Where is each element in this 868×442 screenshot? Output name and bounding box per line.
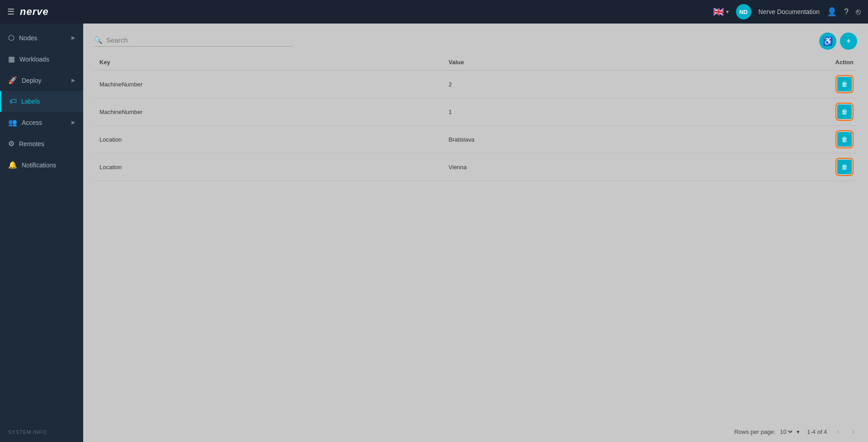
remotes-icon: ⚙: [8, 139, 14, 148]
sidebar-item-label: Notifications: [22, 162, 56, 169]
sidebar-item-label: Nodes: [19, 34, 37, 42]
sidebar-item-nodes[interactable]: ⬡ Nodes ▶: [0, 27, 83, 48]
cell-key: Location: [94, 126, 443, 153]
rows-per-page-label: Rows per page:: [734, 428, 775, 435]
page-info: 1-4 of 4: [807, 428, 827, 435]
sidebar-item-workloads[interactable]: ▦ Workloads: [0, 48, 83, 70]
cell-action: 🗑: [680, 98, 857, 126]
col-header-action: Action: [680, 54, 857, 71]
sidebar-item-label: Workloads: [19, 56, 49, 63]
labels-table-wrapper: Key Value Action MachineNumber2🗑MachineN…: [83, 54, 868, 421]
nodes-icon: ⬡: [8, 33, 14, 42]
table-row: MachineNumber2🗑: [94, 71, 857, 98]
app-logo: nerve: [20, 6, 49, 18]
labels-icon: 🏷: [9, 97, 17, 105]
main-content: 🔍 ♿ + Key Value Action MachineNumber2: [83, 24, 868, 442]
logout-icon[interactable]: ⎋: [856, 7, 861, 17]
search-icon: 🔍: [94, 36, 103, 44]
table-row: LocationBratislava🗑: [94, 126, 857, 153]
cell-action: 🗑: [680, 153, 857, 181]
hamburger-icon[interactable]: ☰: [7, 7, 14, 17]
language-dropdown-icon: ▾: [726, 9, 729, 15]
rows-per-page-select[interactable]: 10 5 25 50: [778, 428, 794, 436]
top-navbar: ☰ nerve 🇬🇧 ▾ ND Nerve Documentation 👤 ? …: [0, 0, 868, 24]
delete-button[interactable]: 🗑: [837, 77, 852, 91]
sidebar-item-notifications[interactable]: 🔔 Notifications: [0, 154, 83, 176]
prev-page-button[interactable]: ‹: [834, 427, 842, 437]
main-layout: ⬡ Nodes ▶ ▦ Workloads 🚀 Deploy ▶ 🏷 Label…: [0, 24, 868, 442]
cell-action: 🗑: [680, 126, 857, 153]
doc-link[interactable]: Nerve Documentation: [759, 8, 820, 15]
workloads-icon: ▦: [8, 55, 15, 63]
sidebar-item-label: Labels: [21, 98, 40, 105]
add-label-button[interactable]: +: [840, 33, 857, 50]
cell-value: 2: [443, 71, 680, 98]
cell-action: 🗑: [680, 71, 857, 98]
search-input[interactable]: [106, 36, 278, 44]
notifications-icon: 🔔: [8, 161, 17, 169]
user-action-button[interactable]: ♿: [819, 33, 836, 50]
user-profile-icon[interactable]: 👤: [827, 7, 837, 17]
sidebar-item-labels[interactable]: 🏷 Labels: [0, 91, 83, 112]
sidebar-item-label: Remotes: [19, 140, 44, 147]
table-row: LocationVienna🗑: [94, 153, 857, 181]
dropdown-arrow-icon: ▾: [797, 428, 800, 435]
language-selector[interactable]: 🇬🇧 ▾: [713, 6, 729, 17]
table-row: MachineNumber1🗑: [94, 98, 857, 126]
cell-value: Vienna: [443, 153, 680, 181]
cell-value: 1: [443, 98, 680, 126]
sidebar-item-deploy[interactable]: 🚀 Deploy ▶: [0, 70, 83, 91]
cell-key: Location: [94, 153, 443, 181]
pagination: Rows per page: 10 5 25 50 ▾ 1-4 of 4 ‹ ›: [83, 421, 868, 442]
toolbar: 🔍 ♿ +: [83, 24, 868, 54]
sidebar-item-access[interactable]: 👥 Access ▶: [0, 112, 83, 133]
search-wrapper: 🔍: [94, 36, 293, 47]
system-info: SYSTEM INFO: [0, 422, 83, 442]
next-page-button[interactable]: ›: [849, 427, 857, 437]
cell-key: MachineNumber: [94, 98, 443, 126]
access-icon: 👥: [8, 118, 17, 127]
col-header-value: Value: [443, 54, 680, 71]
toolbar-actions: ♿ +: [819, 33, 857, 50]
flag-icon: 🇬🇧: [713, 6, 724, 17]
delete-button[interactable]: 🗑: [837, 160, 852, 174]
sidebar-item-label: Access: [22, 119, 42, 126]
arrow-icon: ▶: [71, 35, 75, 41]
cell-key: MachineNumber: [94, 71, 443, 98]
arrow-icon: ▶: [71, 77, 75, 83]
col-header-key: Key: [94, 54, 443, 71]
delete-button[interactable]: 🗑: [837, 105, 852, 119]
cell-value: Bratislava: [443, 126, 680, 153]
help-icon[interactable]: ?: [844, 7, 849, 17]
rows-per-page-control: Rows per page: 10 5 25 50 ▾: [734, 428, 800, 436]
sidebar-item-label: Deploy: [22, 77, 42, 84]
sidebar-item-remotes[interactable]: ⚙ Remotes: [0, 133, 83, 154]
delete-button[interactable]: 🗑: [837, 132, 852, 147]
deploy-icon: 🚀: [8, 76, 17, 85]
sidebar: ⬡ Nodes ▶ ▦ Workloads 🚀 Deploy ▶ 🏷 Label…: [0, 24, 83, 442]
labels-table: Key Value Action MachineNumber2🗑MachineN…: [94, 54, 857, 181]
user-avatar[interactable]: ND: [736, 4, 751, 19]
arrow-icon: ▶: [71, 119, 75, 125]
